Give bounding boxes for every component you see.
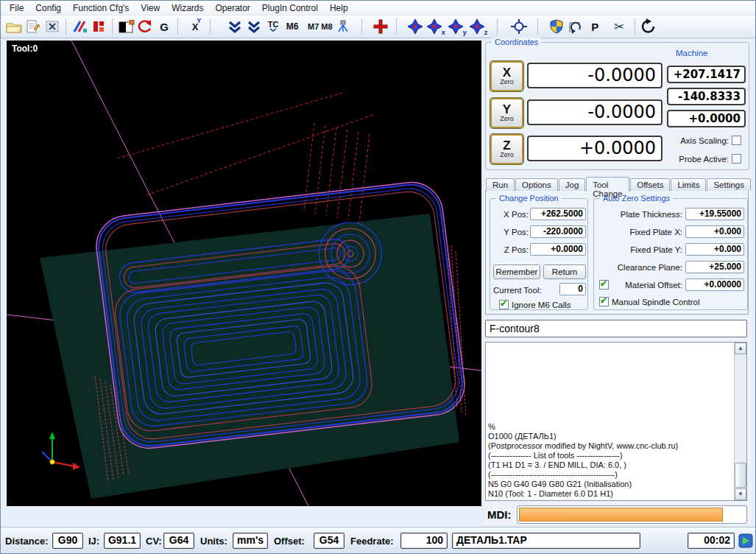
- fixed-plate-y-input[interactable]: +0.000: [685, 243, 744, 256]
- zero-x-sub: Zero: [500, 79, 514, 85]
- probe-active-label: Probe Active:: [648, 155, 729, 164]
- main-area: Tool:0 Coordinates Machine X Zero -0.000…: [1, 38, 755, 527]
- scroll-up-icon[interactable]: [735, 343, 746, 354]
- return-button[interactable]: Return: [543, 264, 586, 279]
- cut-button[interactable]: ✂: [610, 17, 628, 36]
- zero-x-button[interactable]: X Zero: [490, 61, 523, 91]
- lazycam-icon[interactable]: [71, 17, 88, 36]
- refresh-button[interactable]: [640, 17, 657, 36]
- rotate-90-button[interactable]: [567, 17, 584, 36]
- fixed-plate-x-input[interactable]: +0.000: [685, 225, 744, 238]
- program-name-field[interactable]: F-contour8: [485, 320, 747, 337]
- current-tool-input[interactable]: 0: [559, 283, 586, 295]
- tab-options[interactable]: Options: [515, 178, 558, 191]
- distance-mode-box[interactable]: G90: [52, 533, 83, 549]
- timer-box: 00:02: [688, 533, 735, 549]
- x-pos-input[interactable]: +262.5000: [530, 208, 586, 220]
- remember-button[interactable]: Remember: [493, 264, 540, 279]
- park-button[interactable]: P: [586, 17, 604, 36]
- manual-spindle-checkbox[interactable]: [599, 297, 609, 306]
- gcode-line: N10 (Tool: 1 - Diameter 6.0 D1 H1): [488, 489, 731, 499]
- zero-x-button-toolbar[interactable]: x: [425, 17, 445, 36]
- gcode-button[interactable]: G: [155, 17, 173, 36]
- close-file-icon[interactable]: [43, 17, 61, 36]
- tab-jog[interactable]: Jog: [559, 178, 586, 191]
- y-dro[interactable]: -0.0000: [527, 99, 663, 125]
- z-pos-input[interactable]: +0.0000: [530, 243, 586, 256]
- regen-toolpath-icon[interactable]: [136, 17, 154, 36]
- toolpath-viewport[interactable]: Tool:0: [7, 41, 481, 506]
- cv-mode-box[interactable]: G64: [163, 533, 194, 549]
- edit-file-icon[interactable]: [24, 17, 42, 36]
- menu-file[interactable]: File: [4, 1, 29, 15]
- tab-run[interactable]: Run: [486, 178, 515, 191]
- gcode-lines: % O1000 (ДЕТАЛЬ1) (Postprocessor modifie…: [488, 422, 731, 499]
- document-pencil-icon: [25, 19, 41, 34]
- menu-view[interactable]: View: [135, 1, 166, 15]
- open-file-icon[interactable]: [5, 17, 23, 36]
- display-mode-icon[interactable]: [117, 17, 135, 36]
- gcode-line: %: [488, 422, 731, 432]
- zero-y-button[interactable]: Y Zero: [490, 98, 523, 128]
- tab-limits[interactable]: Limits: [671, 178, 706, 191]
- auto-zero-group: Auto Zero Settings Plate Thickness: +19.…: [593, 198, 748, 310]
- toolbar-separator: [361, 18, 362, 35]
- tab-offsets[interactable]: Offsets: [630, 178, 670, 191]
- material-offset-checkbox[interactable]: [599, 280, 609, 290]
- tab-settings[interactable]: Settings: [707, 178, 751, 191]
- material-offset-input[interactable]: +0.00000: [685, 278, 744, 291]
- clearance-plane-input[interactable]: +25.000: [685, 261, 744, 273]
- tab-tool-change[interactable]: Tool Change: [586, 177, 629, 192]
- control-panel: Coordinates Machine X Zero -0.0000 +207.…: [484, 41, 752, 525]
- menu-operator[interactable]: Operator: [210, 1, 256, 15]
- zero-z-button-toolbar[interactable]: z: [468, 17, 488, 36]
- raise-z-button[interactable]: [245, 17, 263, 36]
- ignore-m6-checkbox[interactable]: [499, 300, 509, 309]
- ij-mode-box[interactable]: G91.1: [104, 533, 141, 549]
- z-machine-dro: +0.0000: [667, 110, 746, 127]
- nc-file-icon[interactable]: [90, 17, 107, 36]
- zero-z-letter: Z: [503, 140, 510, 152]
- goto-zero-button[interactable]: [406, 17, 424, 36]
- xy-coords-button[interactable]: XY: [188, 17, 205, 36]
- units-box[interactable]: mm's: [233, 533, 268, 549]
- feedrate-box[interactable]: 100: [400, 533, 448, 549]
- plate-thickness-input[interactable]: +19.55000: [685, 208, 744, 220]
- lower-z-button[interactable]: [226, 17, 244, 36]
- menu-function-cfgs[interactable]: Function Cfg's: [67, 1, 135, 15]
- ij-label: IJ:: [88, 536, 99, 547]
- scrollbar-thumb[interactable]: [735, 463, 746, 488]
- mdi-input[interactable]: [519, 508, 723, 522]
- menu-config[interactable]: Config: [29, 1, 67, 15]
- manual-spindle-label: Manual Spindle Control: [612, 298, 700, 306]
- machine-caption: Machine: [676, 49, 707, 57]
- scroll-down-icon[interactable]: [735, 488, 746, 500]
- axis-scaling-checkbox[interactable]: [732, 136, 741, 145]
- coolant-button[interactable]: [334, 17, 352, 36]
- gcode-display[interactable]: % O1000 (ДЕТАЛЬ1) (Postprocessor modifie…: [485, 342, 747, 501]
- menu-plugin-control[interactable]: PlugIn Control: [256, 1, 324, 15]
- admin-shield-button[interactable]: [548, 17, 565, 36]
- zero-y-button-toolbar[interactable]: y: [447, 17, 467, 36]
- y-pos-input[interactable]: -220.0000: [530, 225, 586, 238]
- gcode-scrollbar[interactable]: [734, 343, 746, 500]
- probe-active-checkbox[interactable]: [732, 154, 741, 164]
- m7-m8-button[interactable]: M7 M8: [308, 17, 333, 36]
- gcode-line: O1000 (ДЕТАЛЬ1): [488, 432, 731, 441]
- tool-change-button[interactable]: TC: [264, 17, 282, 36]
- mdi-label: MDI:: [487, 508, 512, 521]
- status-app-icon[interactable]: [738, 533, 753, 551]
- m6-button[interactable]: M6: [283, 17, 301, 36]
- material-offset-label: Material Offset:: [610, 281, 682, 290]
- z-dro[interactable]: +0.0000: [527, 136, 663, 161]
- ignore-m6-label: Ignore M6 Calls: [512, 301, 571, 309]
- fixed-plate-y-label: Fixed Plate Y:: [597, 245, 682, 254]
- zero-z-button[interactable]: Z Zero: [490, 134, 523, 164]
- menu-wizards[interactable]: Wizards: [166, 1, 209, 15]
- x-dro[interactable]: -0.0000: [527, 63, 663, 88]
- probe-center-button[interactable]: [510, 17, 528, 36]
- close-icon: [45, 20, 60, 33]
- offset-box[interactable]: G54: [314, 533, 345, 549]
- menu-help[interactable]: Help: [324, 1, 354, 15]
- tool-position-button[interactable]: [372, 17, 389, 36]
